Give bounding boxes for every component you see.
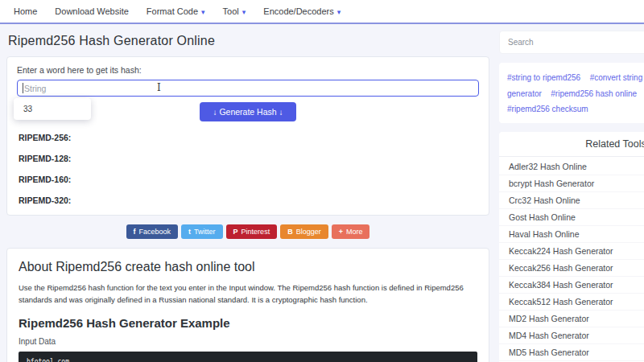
nav-item[interactable]: Download Website xyxy=(46,2,138,21)
hash-outputs: RIPEMD-256: RIPEMD-128: RIPEMD-160: RIPE… xyxy=(17,133,479,205)
nav-item-label: Format Code xyxy=(147,6,198,16)
down-arrow-icon: ↓ xyxy=(277,108,286,117)
share-button[interactable]: BBlogger xyxy=(280,224,328,239)
input-caret xyxy=(23,83,23,93)
share-label: Blogger xyxy=(296,228,321,236)
chevron-down-icon: ▾ xyxy=(242,8,246,16)
related-tool-link[interactable]: Keccak384 Hash Generator xyxy=(499,277,644,294)
page-content: Ripemd256 Hash Generator Online Enter a … xyxy=(0,24,644,362)
share-button[interactable]: fFacebook xyxy=(126,224,179,239)
share-icon: P xyxy=(233,228,238,236)
autocomplete-suggestion[interactable]: 33 xyxy=(14,100,91,118)
hashtag-link[interactable]: #ripemd256 hash online xyxy=(551,89,637,98)
share-icon: + xyxy=(339,228,343,236)
input-label: Enter a word here to get its hash: xyxy=(17,65,479,75)
share-button[interactable]: PPinterest xyxy=(226,224,278,239)
hash-form-card: Enter a word here to get its hash: I 33 … xyxy=(6,56,489,216)
related-tool-link[interactable]: Adler32 Hash Online xyxy=(499,158,644,175)
hashtag-link[interactable]: #ripemd256 checksum xyxy=(507,105,588,113)
chevron-down-icon: ▾ xyxy=(337,8,341,16)
share-label: Pinterest xyxy=(242,228,270,236)
nav-item[interactable]: Encode/Decoders▾ xyxy=(254,2,349,21)
share-label: Facebook xyxy=(139,228,171,236)
about-heading: About Ripemd256 create hash online tool xyxy=(19,260,477,274)
example-heading: Ripemd256 Hash Generator Example xyxy=(19,316,477,330)
hash-output-label: RIPEMD-128: xyxy=(19,154,479,163)
sidebar: #string to ripemd256 #convert string rip… xyxy=(499,31,644,362)
hashtag-link[interactable]: #convert string ripemd256 xyxy=(590,73,644,82)
related-tools-title: Related Tools xyxy=(499,132,644,157)
related-tools-list: Adler32 Hash Online bcrypt Hash Generato… xyxy=(499,158,644,362)
related-tool-link[interactable]: MD5 Hash Generator xyxy=(499,344,644,361)
chevron-down-icon: ▾ xyxy=(201,8,205,16)
down-arrow-icon: ↓ xyxy=(210,108,219,117)
related-tool-link[interactable]: MD4 Hash Generator xyxy=(499,327,644,344)
share-icon: f xyxy=(134,228,136,236)
input-data-label: Input Data xyxy=(19,337,477,346)
search-input[interactable] xyxy=(499,31,644,54)
share-button[interactable]: +More xyxy=(332,224,370,239)
related-tool-link[interactable]: Keccak512 Hash Generator xyxy=(499,294,644,311)
related-tool-link[interactable]: Keccak224 Hash Generator xyxy=(499,243,644,260)
top-navbar: Home Download Website Format Code▾ Tool▾… xyxy=(0,0,644,24)
related-tool-link[interactable]: Keccak256 Hash Generator xyxy=(499,260,644,277)
hashtag-link[interactable]: #string to ripemd256 xyxy=(507,73,580,82)
nav-item-label: Home xyxy=(14,6,37,16)
related-tool-link[interactable]: Haval Hash Online xyxy=(499,226,644,243)
related-tool-link[interactable]: bcrypt Hash Generator xyxy=(499,175,644,192)
related-tool-link[interactable]: Gost Hash Online xyxy=(499,209,644,226)
nav-items: Home Download Website Format Code▾ Tool▾… xyxy=(5,2,349,21)
share-icon: t xyxy=(188,228,191,236)
about-description: Use the Ripemd256 hash function for the … xyxy=(19,282,477,306)
main-column: Ripemd256 Hash Generator Online Enter a … xyxy=(6,31,489,362)
share-label: Twitter xyxy=(194,228,216,236)
nav-item[interactable]: Home xyxy=(5,2,46,21)
autocomplete-dropdown: 33 xyxy=(14,98,91,120)
related-tool-link[interactable]: Crc32 Hash Online xyxy=(499,192,644,209)
share-button[interactable]: tTwitter xyxy=(181,224,223,239)
nav-item-label: Download Website xyxy=(55,6,129,16)
hash-output-label: RIPEMD-320: xyxy=(19,195,479,205)
hash-output-label: RIPEMD-160: xyxy=(19,175,479,184)
related-tools-card: Related Tools Adler32 Hash Online bcrypt… xyxy=(499,132,644,362)
nav-item[interactable]: Format Code▾ xyxy=(138,2,214,21)
generate-hash-label: Generate Hash xyxy=(219,107,276,117)
string-input[interactable] xyxy=(17,80,479,97)
related-tool-link[interactable]: MD2 Hash Generator xyxy=(499,311,644,327)
generate-hash-button[interactable]: ↓Generate Hash↓ xyxy=(200,102,295,121)
nav-item[interactable]: Tool▾ xyxy=(214,2,255,21)
example-input-code: bfotool.com xyxy=(19,352,477,362)
nav-item-label: Encode/Decoders xyxy=(263,6,333,16)
page-title: Ripemd256 Hash Generator Online xyxy=(8,34,489,48)
share-buttons: fFacebook tTwitter PPinterest BBlogger +… xyxy=(6,224,489,239)
tags-card: #string to ripemd256 #convert string rip… xyxy=(499,63,644,123)
share-icon: B xyxy=(287,228,293,236)
share-label: More xyxy=(346,228,363,236)
input-wrapper: I 33 xyxy=(17,80,479,97)
about-card: About Ripemd256 create hash online tool … xyxy=(6,248,489,362)
hash-output-label: RIPEMD-256: xyxy=(19,133,479,142)
nav-item-label: Tool xyxy=(223,6,239,16)
